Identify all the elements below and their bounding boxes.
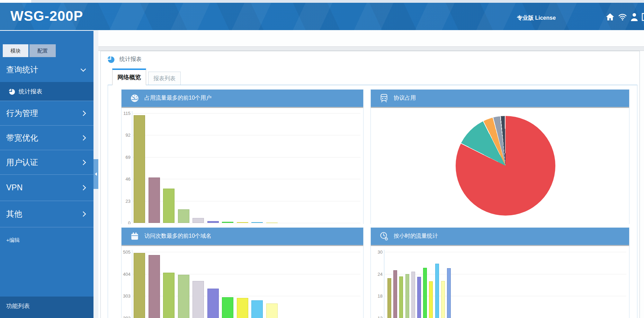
chevron-right-icon xyxy=(81,110,86,116)
bar xyxy=(222,297,233,318)
sidebar-item-query-stats[interactable]: 查询统计 xyxy=(0,57,93,82)
y-tick-label: 69 xyxy=(122,154,131,160)
sidebar-item-behavior[interactable]: 行为管理 xyxy=(0,101,93,125)
sidebar-item-vpn[interactable]: VPN xyxy=(0,174,93,201)
bar xyxy=(134,253,145,318)
chart-hourly-traffic: 按小时的流量统计 30241812 xyxy=(370,227,629,318)
bar xyxy=(441,281,445,318)
calendar-icon xyxy=(130,231,140,243)
wsg-200p-app: WSG-200P 专业版 License 帮助 xyxy=(0,0,644,318)
home-icon[interactable] xyxy=(605,12,615,21)
y-tick-label: 18 xyxy=(371,293,383,299)
chart-title: 占用流量最多的前10个用户 xyxy=(144,94,212,102)
chevron-right-icon xyxy=(81,160,86,165)
y-tick-label: 115 xyxy=(122,111,131,116)
y-tick-label: 202 xyxy=(122,315,131,318)
bar xyxy=(435,264,439,318)
bar xyxy=(237,298,248,318)
bar xyxy=(429,281,433,318)
bar xyxy=(163,189,175,223)
chart-title: 协议占用 xyxy=(394,94,416,102)
bar xyxy=(417,277,421,318)
app-logo: WSG-200P xyxy=(10,8,83,24)
top-header-bar: WSG-200P 专业版 License xyxy=(0,3,644,30)
bar xyxy=(222,222,233,223)
main-content: 统计报表 网络概览 报表列表 xyxy=(98,30,644,318)
y-tick-label: 404 xyxy=(122,271,131,276)
bar xyxy=(266,222,278,223)
bar xyxy=(178,275,189,318)
panel-title: 统计报表 xyxy=(119,56,142,63)
stats-report-panel: 统计报表 网络概览 报表列表 xyxy=(100,51,640,318)
collapse-left-icon xyxy=(95,172,97,176)
chart-top10-users: 占用流量最多的前10个用户 115926946230 xyxy=(121,89,364,224)
chart-top10-domains: 访问次数最多的前10个域名 505404303202 xyxy=(121,227,364,318)
chevron-down-icon xyxy=(81,66,86,72)
sidebar-item-stats-report[interactable]: 统计报表 xyxy=(0,82,93,101)
logout-icon-partial[interactable] xyxy=(642,12,644,21)
train-icon xyxy=(379,93,389,105)
bar xyxy=(399,276,403,318)
bar xyxy=(251,222,263,223)
chart-protocol-share: 协议占用 xyxy=(370,89,629,224)
wifi-icon[interactable] xyxy=(618,13,627,21)
bar xyxy=(193,218,204,223)
bar xyxy=(405,274,409,318)
sidebar: 模块 配置 查询统计 统计报表 行为管理 带宽优化 xyxy=(0,30,93,318)
y-tick-label: 46 xyxy=(122,176,131,182)
bar xyxy=(163,273,175,318)
chevron-right-icon xyxy=(81,135,86,140)
clock-icon xyxy=(379,231,389,243)
bar xyxy=(149,255,160,318)
bar xyxy=(447,268,451,318)
pie-report-icon xyxy=(8,88,15,95)
bar-plot-top10-domains: 505404303202 xyxy=(122,246,363,318)
sidebar-tab-modules[interactable]: 模块 xyxy=(3,44,28,57)
gauge-icon xyxy=(130,93,140,105)
chevron-right-icon xyxy=(81,185,86,191)
chart-title: 访问次数最多的前10个域名 xyxy=(144,233,212,240)
y-tick-label: 505 xyxy=(122,249,131,255)
bar xyxy=(423,268,427,318)
y-tick-label: 23 xyxy=(122,198,131,203)
tab-report-list[interactable]: 报表列表 xyxy=(148,72,181,85)
sidebar-edit-link[interactable]: +编辑 xyxy=(0,237,93,244)
sidebar-tab-config[interactable]: 配置 xyxy=(29,44,56,57)
sidebar-footer-function-list[interactable]: 功能列表 xyxy=(0,297,93,318)
browser-edge-strip xyxy=(0,0,644,3)
chart-title: 按小时的流量统计 xyxy=(394,233,438,240)
license-label: 专业版 License xyxy=(517,15,556,22)
tab-network-overview[interactable]: 网络概览 xyxy=(112,69,146,85)
user-icon[interactable] xyxy=(630,12,638,21)
sidebar-item-other[interactable]: 其他 xyxy=(0,201,93,227)
bar xyxy=(149,178,160,223)
pie-plot-protocol-share xyxy=(371,108,629,224)
bar-plot-top10-users: 115926946230 xyxy=(122,108,363,224)
bar xyxy=(207,289,219,318)
y-tick-label: 12 xyxy=(371,315,383,318)
sidebar-item-auth[interactable]: 用户认证 xyxy=(0,150,93,174)
bar xyxy=(411,272,415,318)
bar xyxy=(251,300,263,318)
horizontal-scrollbar[interactable] xyxy=(98,46,644,51)
pie-协议占用 xyxy=(456,116,555,216)
bar xyxy=(393,270,397,318)
y-tick-label: 92 xyxy=(122,133,131,138)
bar xyxy=(134,115,145,223)
bar xyxy=(266,303,278,318)
chevron-right-icon xyxy=(81,211,86,217)
y-tick-label: 0 xyxy=(122,220,131,225)
y-tick-label: 30 xyxy=(371,249,383,255)
y-tick-label: 24 xyxy=(371,271,383,276)
sidebar-collapse-handle[interactable] xyxy=(93,159,98,189)
bar xyxy=(193,281,204,318)
sidebar-splitter xyxy=(93,30,98,318)
bar xyxy=(178,209,189,223)
bar xyxy=(237,222,248,223)
tab-content-area: 占用流量最多的前10个用户 115926946230 xyxy=(108,85,637,318)
sidebar-item-bandwidth[interactable]: 带宽优化 xyxy=(0,125,93,150)
pie-report-icon xyxy=(106,56,115,63)
bar xyxy=(207,221,219,223)
bar-plot-hourly-traffic: 30241812 xyxy=(371,246,629,318)
y-tick-label: 303 xyxy=(122,293,131,299)
